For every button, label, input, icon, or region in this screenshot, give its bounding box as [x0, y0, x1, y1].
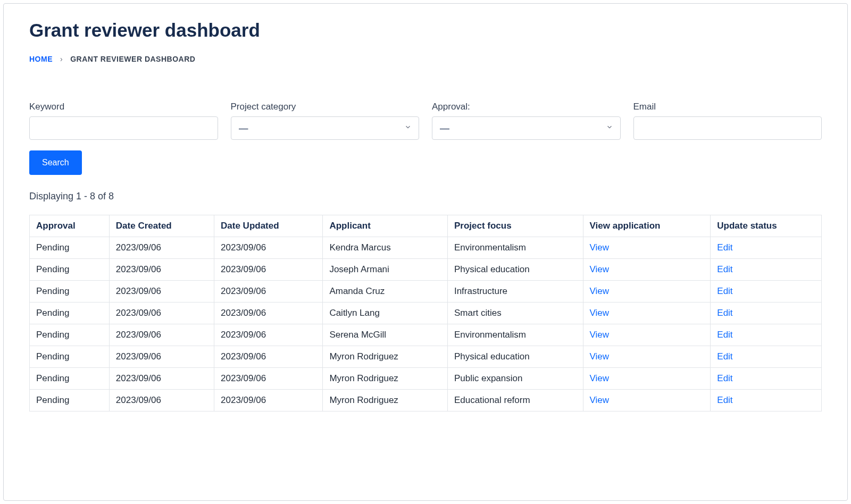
cell-updated: 2023/09/06 — [214, 303, 323, 324]
cell-created: 2023/09/06 — [109, 368, 214, 390]
cell-view: View — [583, 390, 711, 411]
edit-link[interactable]: Edit — [717, 330, 732, 340]
edit-link[interactable]: Edit — [717, 395, 732, 405]
cell-edit: Edit — [711, 346, 822, 368]
cell-view: View — [583, 346, 711, 368]
cell-updated: 2023/09/06 — [214, 281, 323, 303]
cell-updated: 2023/09/06 — [214, 390, 323, 411]
view-link[interactable]: View — [590, 351, 610, 362]
edit-link[interactable]: Edit — [717, 286, 732, 296]
cell-edit: Edit — [711, 368, 822, 390]
cell-applicant: Kendra Marcus — [323, 237, 448, 259]
keyword-label: Keyword — [29, 102, 218, 112]
cell-focus: Environmentalism — [447, 237, 583, 259]
cell-created: 2023/09/06 — [109, 259, 214, 281]
col-updated: Date Updated — [214, 215, 323, 237]
table-row: Pending2023/09/062023/09/06Caitlyn LangS… — [30, 303, 822, 324]
cell-updated: 2023/09/06 — [214, 368, 323, 390]
cell-applicant: Joseph Armani — [323, 259, 448, 281]
col-focus: Project focus — [447, 215, 583, 237]
view-link[interactable]: View — [590, 242, 610, 253]
cell-approval: Pending — [30, 390, 110, 411]
view-link[interactable]: View — [590, 308, 610, 318]
filters-row: Keyword Project category — Approval: — — [29, 102, 822, 140]
cell-view: View — [583, 324, 711, 346]
category-label: Project category — [231, 102, 420, 112]
cell-approval: Pending — [30, 237, 110, 259]
approval-select[interactable]: — — [432, 116, 621, 140]
cell-approval: Pending — [30, 281, 110, 303]
cell-view: View — [583, 368, 711, 390]
cell-edit: Edit — [711, 390, 822, 411]
cell-focus: Infrastructure — [447, 281, 583, 303]
cell-updated: 2023/09/06 — [214, 259, 323, 281]
view-link[interactable]: View — [590, 373, 610, 383]
cell-focus: Environmentalism — [447, 324, 583, 346]
cell-focus: Educational reform — [447, 390, 583, 411]
edit-link[interactable]: Edit — [717, 308, 732, 318]
breadcrumb: Home › Grant reviewer dashboard — [29, 55, 822, 63]
cell-created: 2023/09/06 — [109, 303, 214, 324]
table-row: Pending2023/09/062023/09/06Joseph Armani… — [30, 259, 822, 281]
keyword-input[interactable] — [29, 116, 218, 140]
cell-approval: Pending — [30, 324, 110, 346]
cell-updated: 2023/09/06 — [214, 237, 323, 259]
category-select[interactable]: — — [231, 116, 420, 140]
cell-view: View — [583, 303, 711, 324]
col-applicant: Applicant — [323, 215, 448, 237]
cell-edit: Edit — [711, 259, 822, 281]
cell-view: View — [583, 237, 711, 259]
cell-focus: Public expansion — [447, 368, 583, 390]
breadcrumb-home-link[interactable]: Home — [29, 55, 53, 63]
cell-focus: Physical education — [447, 259, 583, 281]
cell-created: 2023/09/06 — [109, 237, 214, 259]
approval-label: Approval: — [432, 102, 621, 112]
cell-created: 2023/09/06 — [109, 281, 214, 303]
view-link[interactable]: View — [590, 330, 610, 340]
table-row: Pending2023/09/062023/09/06Amanda CruzIn… — [30, 281, 822, 303]
cell-view: View — [583, 281, 711, 303]
edit-link[interactable]: Edit — [717, 351, 732, 362]
chevron-right-icon: › — [60, 55, 63, 63]
results-summary: Displaying 1 - 8 of 8 — [29, 191, 822, 202]
col-created: Date Created — [109, 215, 214, 237]
view-link[interactable]: View — [590, 395, 610, 405]
cell-updated: 2023/09/06 — [214, 346, 323, 368]
cell-edit: Edit — [711, 237, 822, 259]
cell-applicant: Myron Rodriguez — [323, 368, 448, 390]
page-title: Grant reviewer dashboard — [29, 20, 822, 41]
search-button[interactable]: Search — [29, 150, 82, 175]
table-row: Pending2023/09/062023/09/06Kendra Marcus… — [30, 237, 822, 259]
email-input[interactable] — [633, 116, 822, 140]
col-update: Update status — [711, 215, 822, 237]
cell-applicant: Amanda Cruz — [323, 281, 448, 303]
edit-link[interactable]: Edit — [717, 373, 732, 383]
cell-applicant: Myron Rodriguez — [323, 390, 448, 411]
cell-updated: 2023/09/06 — [214, 324, 323, 346]
edit-link[interactable]: Edit — [717, 264, 732, 274]
cell-created: 2023/09/06 — [109, 324, 214, 346]
breadcrumb-current: Grant reviewer dashboard — [70, 55, 195, 63]
edit-link[interactable]: Edit — [717, 242, 732, 253]
cell-created: 2023/09/06 — [109, 346, 214, 368]
cell-created: 2023/09/06 — [109, 390, 214, 411]
col-approval: Approval — [30, 215, 110, 237]
cell-approval: Pending — [30, 259, 110, 281]
cell-view: View — [583, 259, 711, 281]
cell-edit: Edit — [711, 281, 822, 303]
cell-approval: Pending — [30, 303, 110, 324]
cell-approval: Pending — [30, 368, 110, 390]
cell-applicant: Serena McGill — [323, 324, 448, 346]
cell-applicant: Myron Rodriguez — [323, 346, 448, 368]
cell-approval: Pending — [30, 346, 110, 368]
cell-focus: Smart cities — [447, 303, 583, 324]
table-row: Pending2023/09/062023/09/06Myron Rodrigu… — [30, 346, 822, 368]
cell-focus: Physical education — [447, 346, 583, 368]
col-view: View application — [583, 215, 711, 237]
view-link[interactable]: View — [590, 286, 610, 296]
cell-applicant: Caitlyn Lang — [323, 303, 448, 324]
table-row: Pending2023/09/062023/09/06Serena McGill… — [30, 324, 822, 346]
email-label: Email — [633, 102, 822, 112]
table-row: Pending2023/09/062023/09/06Myron Rodrigu… — [30, 368, 822, 390]
view-link[interactable]: View — [590, 264, 610, 274]
